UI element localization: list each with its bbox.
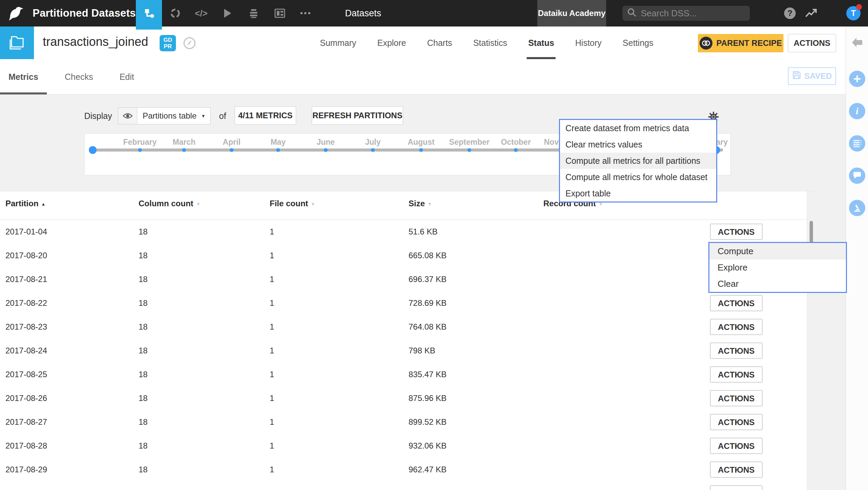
status-subtab[interactable]: Metrics — [8, 59, 38, 94]
timeline-dot[interactable] — [468, 148, 471, 152]
menu-item[interactable]: Export table — [560, 185, 716, 202]
run-icon[interactable] — [214, 0, 240, 27]
column-header[interactable]: Partition▲ — [5, 199, 46, 208]
monitoring-icon[interactable] — [802, 0, 820, 27]
comments-icon[interactable] — [849, 168, 865, 184]
app-root: Partitioned Datasets </> ••• Datasets Da… — [0, 0, 868, 490]
cell-column-count: 18 — [139, 251, 148, 260]
timeline-dot[interactable] — [514, 148, 518, 152]
menu-item[interactable]: Create dataset from metrics data — [560, 120, 716, 136]
dataiku-logo-icon[interactable] — [6, 5, 25, 22]
row-actions-button[interactable]: ACTIONS ▼ — [710, 224, 762, 240]
cell-file-count: 1 — [270, 275, 274, 284]
cell-column-count: 18 — [139, 322, 148, 332]
parent-recipe-button[interactable]: PARENT RECIPE — [698, 34, 783, 52]
menu-item[interactable]: Compute all metrics for whole dataset — [560, 169, 716, 185]
timeline-dot[interactable] — [138, 148, 142, 152]
view-mode-select[interactable]: Partitions table ▼ — [118, 107, 211, 124]
active-nav-indicator — [136, 27, 162, 30]
chevron-down-icon: ▼ — [735, 468, 738, 472]
dataset-tab[interactable]: History — [575, 27, 602, 59]
dataset-tab[interactable]: Charts — [427, 27, 452, 59]
help-icon[interactable]: ? — [782, 0, 798, 27]
dataset-header: transactions_joined GD PR SummaryExplore… — [0, 27, 846, 59]
apps-grid-icon[interactable] — [760, 0, 775, 27]
timeline-dot[interactable] — [324, 148, 328, 152]
cell-size: 665.08 KB — [409, 251, 447, 260]
timeline-dot[interactable] — [276, 148, 280, 152]
project-name[interactable]: Partitioned Datasets — [33, 0, 136, 27]
cell-size: 932.06 KB — [409, 441, 447, 451]
details-list-icon[interactable] — [849, 135, 865, 152]
breadcrumb-section[interactable]: Datasets — [345, 0, 381, 27]
cell-size: 875.96 KB — [409, 393, 447, 403]
row-actions-button[interactable]: ACTIONS ▼ — [710, 343, 762, 359]
saved-button[interactable]: SAVED — [788, 67, 836, 85]
timeline-dot[interactable] — [182, 148, 186, 152]
add-button[interactable]: + — [849, 71, 865, 87]
menu-item[interactable]: Compute all metrics for all partitions — [560, 153, 716, 169]
row-actions-button[interactable]: ACTIONS ▼ — [710, 295, 762, 311]
status-subtab[interactable]: Checks — [65, 59, 93, 94]
dataset-icon[interactable] — [0, 27, 34, 59]
menu-item[interactable]: Explore — [709, 259, 846, 276]
dataset-tab[interactable]: Statistics — [473, 27, 507, 59]
cell-partition: 2017-08-22 — [5, 298, 47, 308]
row-actions-button[interactable]: ACTIONS ▼ — [710, 462, 762, 478]
navigator-icon[interactable] — [183, 36, 196, 51]
table-row: 2017-08-21 18 1 696.37 KB ACTIONS ▼ — [0, 267, 815, 291]
cell-size: 998.14 KB — [409, 489, 447, 490]
cell-size: 51.6 KB — [409, 227, 437, 237]
collapse-panel-icon[interactable] — [851, 37, 864, 50]
timeline-month-label: March — [173, 138, 196, 147]
timeline-month-label: August — [408, 138, 434, 147]
row-actions-button[interactable]: ACTIONS ▼ — [710, 414, 762, 430]
info-icon[interactable]: i — [849, 103, 865, 119]
dataset-tab[interactable]: Explore — [377, 27, 406, 59]
cell-file-count: 1 — [270, 393, 274, 403]
timeline-dot[interactable] — [419, 148, 423, 152]
column-header[interactable]: File count▼ — [270, 199, 315, 208]
menu-item[interactable]: Compute — [709, 243, 846, 259]
lab-icon[interactable] — [162, 0, 188, 27]
code-icon[interactable]: </> — [188, 0, 214, 27]
more-icon[interactable]: ••• — [293, 0, 319, 27]
global-search[interactable] — [622, 6, 750, 21]
dashboard-icon[interactable] — [267, 0, 293, 27]
column-header[interactable]: Size▼ — [409, 199, 432, 208]
chevron-down-icon: ▼ — [735, 372, 738, 377]
search-input[interactable] — [641, 8, 739, 19]
timeline-dot[interactable] — [371, 148, 375, 152]
metrics-count-button[interactable]: 4/11 METRICS — [235, 106, 296, 125]
row-actions-button[interactable]: ACTIONS ▼ — [710, 390, 762, 406]
row-actions-button[interactable]: ACTIONS ▼ — [710, 438, 762, 454]
dataset-actions-button[interactable]: ACTIONS — [788, 34, 836, 52]
dataset-tabs: SummaryExploreChartsStatisticsStatusHist… — [320, 27, 653, 59]
row-actions-button[interactable]: ACTIONS ▼ — [710, 319, 762, 335]
cell-file-count: 1 — [270, 322, 274, 332]
status-subtab[interactable]: Edit — [120, 59, 134, 94]
dataset-tab[interactable]: Status — [528, 27, 554, 59]
menu-item[interactable]: Clear — [709, 276, 846, 292]
join-recipe-icon — [700, 37, 712, 50]
timeline-start-dot[interactable] — [89, 146, 97, 154]
cell-partition: 2017-08-21 — [5, 275, 47, 284]
cell-column-count: 18 — [139, 227, 148, 237]
timeline-dot[interactable] — [230, 148, 234, 152]
row-actions-button[interactable]: ACTIONS ▼ — [710, 486, 762, 490]
dataset-tab[interactable]: Summary — [320, 27, 356, 59]
refresh-partitions-button[interactable]: REFRESH PARTITIONS — [312, 106, 403, 125]
row-actions-button[interactable]: ACTIONS ▼ — [710, 367, 762, 383]
cell-partition: 2017-08-30 — [5, 489, 47, 490]
user-avatar[interactable]: T — [846, 6, 861, 20]
menu-item[interactable]: Clear metrics values — [560, 136, 716, 153]
column-header[interactable]: Column count▼ — [139, 199, 200, 208]
flow-icon[interactable] — [136, 0, 162, 27]
dataset-tab[interactable]: Settings — [623, 27, 653, 59]
instance-name[interactable]: Dataiku Academy — [537, 0, 606, 27]
jobs-icon[interactable] — [240, 0, 267, 27]
lab-microscope-icon[interactable] — [849, 200, 865, 216]
table-scrollbar[interactable] — [807, 191, 815, 490]
table-row: 2017-08-29 18 1 962.47 KB ACTIONS ▼ — [0, 458, 815, 482]
sort-icon: ▼ — [196, 202, 200, 207]
